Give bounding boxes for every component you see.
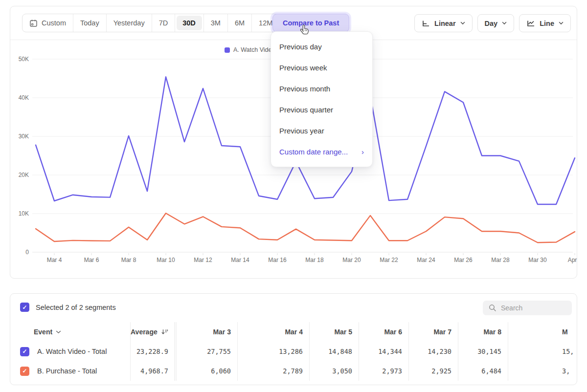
- series-line-b-purchase[interactable]: [36, 213, 575, 242]
- value-cell: 2,925: [409, 361, 458, 381]
- x-axis-tick-label: Mar 8: [121, 257, 136, 263]
- column-header-event[interactable]: Event: [10, 322, 131, 342]
- column-header-mar-6: Mar 6: [359, 322, 409, 342]
- x-axis-tick-label: Mar 10: [157, 257, 175, 263]
- chevron-right-icon: ›: [361, 148, 364, 156]
- table-header-row: EventAverageMar 3Mar 4Mar 5Mar 6Mar 7Mar…: [10, 322, 577, 342]
- column-header-mar-4: Mar 4: [238, 322, 310, 342]
- row-checkbox[interactable]: ✓: [20, 347, 29, 356]
- column-header-mar-8: Mar 8: [458, 322, 508, 342]
- y-axis-tick-label: 20K: [19, 172, 29, 178]
- segments-selected-label: Selected 2 of 2 segments: [36, 304, 116, 311]
- x-axis-tick-label: Apr 1: [568, 257, 578, 263]
- value-cell: 13,286: [238, 342, 310, 361]
- menu-item-label: Previous week: [279, 64, 327, 72]
- column-header-mar-5: Mar 5: [310, 322, 359, 342]
- x-axis-tick-label: Mar 20: [342, 257, 361, 263]
- value-cell: 30,145: [458, 342, 508, 361]
- event-name: A. Watch Video - Total: [37, 348, 107, 355]
- row-checkbox[interactable]: ✓: [20, 367, 29, 376]
- y-axis-tick-label: 30K: [19, 133, 29, 140]
- menu-item-label: Previous day: [279, 43, 322, 51]
- segments-table-card: ✓ Selected 2 of 2 segments EventAverageM…: [10, 293, 577, 385]
- x-axis-tick-label: Mar 18: [305, 257, 324, 263]
- y-axis-tick-label: 0: [25, 249, 29, 256]
- x-axis-tick-label: Mar 4: [47, 257, 62, 263]
- select-all-checkbox[interactable]: ✓: [20, 303, 29, 312]
- segments-selector: ✓ Selected 2 of 2 segments: [20, 303, 116, 312]
- y-axis-tick-label: 10K: [19, 210, 29, 217]
- compare-dropdown-menu: Previous dayPrevious weekPrevious monthP…: [271, 31, 373, 167]
- value-cell: 14,230: [409, 342, 458, 361]
- x-axis-tick-label: Mar 6: [84, 257, 99, 263]
- x-axis-tick-label: Mar 26: [454, 257, 473, 263]
- value-cell: 2,973: [359, 361, 409, 381]
- value-cell: 3,: [508, 361, 577, 381]
- menu-item-previous-year[interactable]: Previous year: [271, 120, 372, 141]
- menu-item-custom-date-range[interactable]: Custom date range...›: [271, 141, 372, 162]
- menu-item-label: Previous year: [279, 127, 324, 135]
- search-icon: [489, 304, 497, 312]
- sort-icon[interactable]: [161, 328, 168, 336]
- menu-item-previous-day[interactable]: Previous day: [271, 36, 372, 57]
- table-row: ✓B. Purchase - Total4,968.76,0602,7893,0…: [10, 361, 577, 381]
- value-cell: 14,344: [359, 342, 409, 361]
- x-axis-tick-label: Mar 16: [268, 257, 287, 263]
- menu-item-previous-quarter[interactable]: Previous quarter: [271, 99, 372, 120]
- value-cell: 3,050: [310, 361, 359, 381]
- menu-item-label: Previous month: [279, 85, 330, 93]
- y-axis-tick-label: 40K: [19, 94, 29, 101]
- average-value-cell: 4,968.7: [131, 361, 175, 381]
- menu-item-label: Previous quarter: [279, 106, 333, 114]
- value-cell: 27,755: [176, 342, 238, 361]
- column-header-m: M: [508, 322, 577, 342]
- value-cell: 6,060: [176, 361, 238, 381]
- event-header-label: Event: [34, 328, 52, 336]
- average-header-label: Average: [131, 328, 158, 336]
- average-value-cell: 23,228.9: [131, 342, 175, 361]
- menu-item-previous-month[interactable]: Previous month: [271, 78, 372, 99]
- value-cell: 15,: [508, 342, 577, 361]
- x-axis-tick-label: Mar 22: [380, 257, 398, 263]
- event-name: B. Purchase - Total: [37, 367, 97, 375]
- segments-table: EventAverageMar 3Mar 4Mar 5Mar 6Mar 7Mar…: [10, 322, 577, 381]
- search-box: [483, 301, 572, 315]
- x-axis-tick-label: Mar 28: [491, 257, 510, 263]
- x-axis-tick-label: Mar 12: [194, 257, 212, 263]
- table-row: ✓A. Watch Video - Total23,228.927,75513,…: [10, 342, 577, 361]
- y-axis-tick-label: 50K: [19, 56, 29, 63]
- event-cell: ✓A. Watch Video - Total: [10, 342, 131, 361]
- column-header-mar-7: Mar 7: [409, 322, 458, 342]
- column-header-mar-3: Mar 3: [176, 322, 238, 342]
- column-header-average[interactable]: Average: [131, 322, 175, 342]
- search-input[interactable]: [501, 304, 564, 312]
- event-cell: ✓B. Purchase - Total: [10, 361, 131, 381]
- value-cell: 6,484: [458, 361, 508, 381]
- chevron-down-icon: [56, 330, 61, 334]
- x-axis-tick-label: Mar 30: [528, 257, 547, 263]
- menu-item-previous-week[interactable]: Previous week: [271, 57, 372, 78]
- x-axis-tick-label: Mar 24: [417, 257, 435, 263]
- x-axis-tick-label: Mar 14: [231, 257, 249, 263]
- value-cell: 2,789: [238, 361, 310, 381]
- value-cell: 14,848: [310, 342, 359, 361]
- menu-item-label: Custom date range...: [279, 148, 348, 156]
